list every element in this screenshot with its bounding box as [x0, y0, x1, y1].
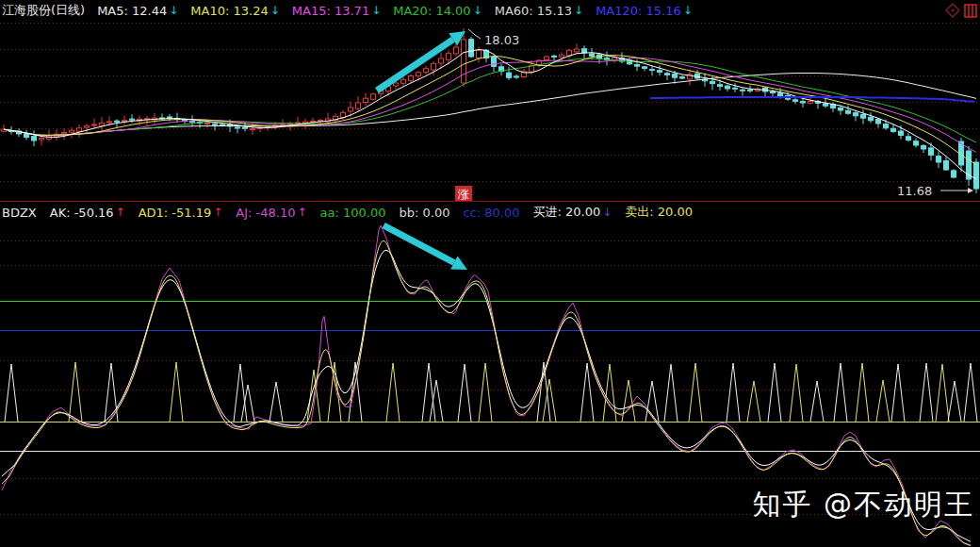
aj-value: AJ: -48.10	[236, 206, 295, 220]
cc-value: cc: 80.00	[463, 206, 519, 220]
ak-value: AK: -50.16	[50, 206, 114, 220]
down-arrow-icon: ↓	[169, 5, 178, 16]
ma10-value: MA10: 13.24	[190, 4, 268, 18]
ma15-value: MA15: 13.71	[292, 4, 369, 18]
indicator-header: BDZX AK: -50.16 ↑ AD1: -51.19 ↑ AJ: -48.…	[2, 205, 693, 220]
up-arrow-icon: ↑	[213, 207, 222, 218]
ma60-readout: MA60: 15.13 ↓	[495, 4, 583, 18]
ma20-readout: MA20: 14.00 ↓	[393, 4, 482, 18]
ma20-line	[4, 58, 976, 142]
sell-value: 卖出: 20.00	[625, 204, 693, 221]
ad1-readout: AD1: -51.19 ↑	[139, 206, 223, 220]
diamond-icon[interactable]	[945, 3, 960, 18]
aj-readout: AJ: -48.10 ↑	[236, 206, 306, 220]
down-trend-arrow	[384, 225, 467, 270]
buy-value: 买进: 20.00	[532, 204, 600, 221]
stock-chart-window: 18.0311.68涨 江海股份(日线) MA5: 12.44 ↓ MA10: …	[0, 0, 980, 547]
ma5-value: MA5: 12.44	[97, 4, 167, 18]
signal-spikes	[5, 362, 977, 422]
main-chart-header: 江海股份(日线) MA5: 12.44 ↓ MA10: 13.24 ↓ MA15…	[2, 2, 693, 19]
up-arrow-icon: ↑	[297, 207, 306, 218]
ma5-readout: MA5: 12.44 ↓	[97, 4, 178, 18]
up-arrow-icon: ↑	[116, 207, 125, 218]
rise-badge: 涨	[455, 186, 472, 201]
ma5-line	[4, 50, 976, 179]
ma-lines	[4, 50, 976, 179]
down-arrow-icon: ↓	[602, 207, 612, 218]
stock-title: 江海股份(日线)	[2, 2, 85, 19]
window-controls	[945, 3, 977, 18]
ak-readout: AK: -50.16 ↑	[50, 206, 125, 220]
down-arrow-icon: ↓	[683, 5, 693, 16]
bb-value: bb: 0.00	[399, 206, 449, 220]
watermark: 知乎 @不动明王	[752, 486, 974, 524]
low-price-label: 11.68	[897, 184, 932, 198]
chart-canvas[interactable]: 18.0311.68涨	[0, 0, 980, 547]
ma10-line	[4, 56, 976, 165]
ma15-readout: MA15: 13.71 ↓	[292, 4, 381, 18]
aa-value: aa: 100.00	[320, 206, 386, 220]
indicator-name: BDZX	[2, 206, 37, 220]
candlesticks	[2, 28, 979, 193]
ma10-readout: MA10: 13.24 ↓	[190, 4, 279, 18]
down-arrow-icon: ↓	[270, 5, 280, 16]
ma60-value: MA60: 15.13	[495, 4, 572, 18]
down-arrow-icon: ↓	[574, 5, 583, 16]
ma20-value: MA20: 14.00	[393, 4, 470, 18]
ma120-value: MA120: 15.16	[596, 4, 681, 18]
down-arrow-icon: ↓	[473, 5, 482, 16]
panel-grid-icon[interactable]	[964, 3, 977, 18]
svg-text:涨: 涨	[457, 188, 469, 201]
indicator-level-lines	[0, 302, 980, 452]
ma120-readout: MA120: 15.16 ↓	[596, 4, 693, 18]
high-price-label: 18.03	[484, 33, 519, 47]
buy-readout: 买进: 20.00 ↓	[532, 204, 612, 221]
down-arrow-icon: ↓	[371, 5, 381, 16]
ad1-value: AD1: -51.19	[139, 206, 212, 220]
